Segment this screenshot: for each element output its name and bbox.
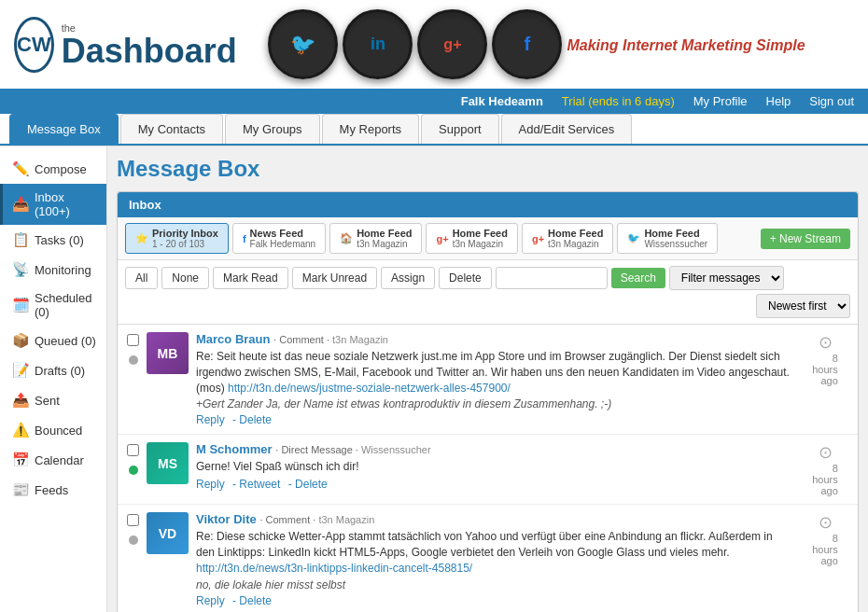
tab-my-reports[interactable]: My Reports	[322, 114, 419, 144]
tab-support[interactable]: Support	[421, 114, 499, 144]
all-button[interactable]: All	[125, 267, 158, 289]
message-checkbox-2[interactable]	[127, 444, 139, 456]
tab-message-box[interactable]: Message Box	[9, 114, 119, 144]
google-feed-icon: g+	[436, 233, 448, 244]
inbox-header: Inbox	[118, 192, 858, 217]
msg-text-2: Gerne! Viel Spaß wünsch ich dir!	[196, 459, 794, 475]
tab-my-contacts[interactable]: My Contacts	[120, 114, 223, 144]
tab-news-feed[interactable]: f News Feed Falk Hedemann	[232, 223, 326, 254]
message-checkbox-1[interactable]	[127, 334, 139, 346]
msg-link-1[interactable]: http://t3n.de/news/justme-soziale-netzwe…	[228, 382, 511, 395]
search-input[interactable]	[496, 267, 608, 289]
msg-actions-2: Reply - Retweet - Delete	[196, 478, 794, 491]
msg-time-2: ⊙ 8hoursago	[802, 442, 848, 496]
sidebar-item-tasks[interactable]: 📋 Tasks (0)	[0, 225, 106, 255]
reply-link-3[interactable]: Reply	[196, 594, 225, 607]
tab-my-groups[interactable]: My Groups	[225, 114, 320, 144]
sidebar-label-compose: Compose	[35, 162, 87, 176]
tagline: Making Internet Marketing Simple	[567, 37, 805, 54]
sidebar-item-feeds[interactable]: 📰 Feeds	[0, 475, 106, 505]
avatar-1: MB	[147, 332, 189, 374]
reply-link-1[interactable]: Reply	[196, 413, 225, 426]
table-row: MB Marco Braun · Comment · t3n Magazin R…	[118, 325, 858, 435]
sidebar-item-drafts[interactable]: 📝 Drafts (0)	[0, 355, 106, 385]
linkedin-gauge: in	[343, 9, 413, 79]
time-icon-2: ⊙	[819, 442, 833, 463]
message-checkbox-3[interactable]	[127, 514, 139, 526]
feeds-icon: 📰	[12, 481, 29, 498]
twitter-icon: 🐦	[290, 33, 315, 57]
none-button[interactable]: None	[161, 267, 209, 289]
tab-home-feed-1[interactable]: 🏠 Home Feed t3n Magazin	[329, 223, 422, 254]
sidebar-label-bounced: Bounced	[35, 424, 82, 438]
status-dot-2	[129, 466, 138, 475]
tab-add-edit-services[interactable]: Add/Edit Services	[501, 114, 633, 144]
facebook-icon: f	[525, 34, 531, 55]
mark-read-button[interactable]: Mark Read	[213, 267, 288, 289]
tab-priority-inbox[interactable]: ⭐ Priority Inbox 1 - 20 of 103	[125, 223, 229, 254]
search-button[interactable]: Search	[611, 268, 665, 288]
tab-home-feed-4[interactable]: 🐦 Home Feed Wissenssucher	[617, 223, 718, 254]
my-profile-link[interactable]: My Profile	[693, 94, 748, 108]
sidebar-item-calendar[interactable]: 📅 Calendar	[0, 445, 106, 475]
msg-link-3[interactable]: http://t3n.de/news/t3n-linktipps-linkedi…	[196, 562, 472, 575]
tab-home-feed-3[interactable]: g+ Home Feed t3n Magazin	[522, 223, 613, 254]
linkedin-icon: in	[371, 35, 385, 54]
msg-source-2: Wissenssucher	[361, 444, 431, 455]
scheduled-icon: 🗓️	[12, 297, 29, 313]
mark-unread-button[interactable]: Mark Unread	[292, 267, 377, 289]
msg-text-3: Re: Diese schicke Wetter-App stammt tats…	[196, 529, 794, 576]
twitter-gauge: 🐦	[268, 9, 338, 79]
delete-link-1[interactable]: Delete	[239, 413, 272, 426]
sidebar-label-queued: Queued (0)	[35, 334, 96, 348]
help-link[interactable]: Help	[766, 94, 791, 108]
sidebar-label-scheduled: Scheduled (0)	[35, 291, 97, 319]
sidebar-item-compose[interactable]: ✏️ Compose	[0, 154, 106, 184]
message-box: Inbox ⭐ Priority Inbox 1 - 20 of 103 f N…	[117, 191, 859, 612]
googleplus-gauge: g+	[417, 9, 487, 79]
time-icon-1: ⊙	[819, 332, 833, 353]
sender-name-1: Marco Braun	[196, 332, 270, 346]
delete-link-3[interactable]: Delete	[239, 594, 272, 607]
new-stream-button[interactable]: + New Stream	[761, 229, 850, 249]
main-area: Message Box Inbox ⭐ Priority Inbox 1 - 2…	[107, 146, 868, 612]
messages-list: MB Marco Braun · Comment · t3n Magazin R…	[118, 325, 858, 612]
page-title: Message Box	[117, 156, 859, 182]
facebook-gauge: f	[492, 9, 562, 79]
sidebar-item-scheduled[interactable]: 🗓️ Scheduled (0)	[0, 285, 106, 326]
tab-home-feed-2[interactable]: g+ Home Feed t3n Magazin	[426, 223, 517, 254]
avatar-3: VD	[147, 512, 189, 554]
delete-button[interactable]: Delete	[439, 267, 492, 289]
twitter-feed-icon: 🐦	[627, 232, 640, 244]
sidebar-label-feeds: Feeds	[35, 483, 68, 497]
sidebar-label-drafts: Drafts (0)	[35, 364, 85, 378]
sign-out-link[interactable]: Sign out	[809, 94, 854, 108]
logo-main: Dashboard	[62, 35, 237, 68]
assign-button[interactable]: Assign	[381, 267, 435, 289]
gauges-area: 🐦 in g+ f Making Internet Marketing Simp…	[219, 9, 854, 79]
delete-link-2[interactable]: Delete	[295, 478, 328, 491]
sidebar-item-inbox[interactable]: 📥 Inbox (100+)	[0, 184, 106, 225]
retweet-link-2[interactable]: Retweet	[239, 478, 280, 491]
time-icon-3: ⊙	[819, 512, 833, 533]
drafts-icon: 📝	[12, 362, 29, 379]
trial-badge: Trial (ends in 6 days)	[562, 94, 675, 108]
status-dot-3	[129, 536, 138, 545]
table-row: VD Viktor Dite · Comment · t3n Magazin R…	[118, 505, 858, 612]
sent-icon: 📤	[12, 392, 29, 409]
reply-link-2[interactable]: Reply	[196, 478, 225, 491]
sidebar-item-bounced[interactable]: ⚠️ Bounced	[0, 415, 106, 445]
sidebar-item-queued[interactable]: 📦 Queued (0)	[0, 326, 106, 355]
bounced-icon: ⚠️	[12, 422, 29, 438]
sidebar-item-sent[interactable]: 📤 Sent	[0, 385, 106, 415]
msg-actions-3: Reply - Delete	[196, 594, 794, 607]
username: Falk Hedeamn	[461, 94, 543, 108]
filter-select[interactable]: Filter messages All Unread Read	[669, 266, 784, 290]
msg-type-3: · Comment ·	[259, 514, 318, 525]
sort-select[interactable]: Newest first Oldest first	[756, 294, 850, 318]
tasks-icon: 📋	[12, 231, 29, 248]
sidebar-item-monitoring[interactable]: 📡 Monitoring	[0, 255, 106, 285]
compose-icon: ✏️	[12, 160, 29, 177]
page-content: ✏️ Compose 📥 Inbox (100+) 📋 Tasks (0) 📡 …	[0, 146, 868, 612]
msg-source-3: t3n Magazin	[318, 514, 374, 525]
